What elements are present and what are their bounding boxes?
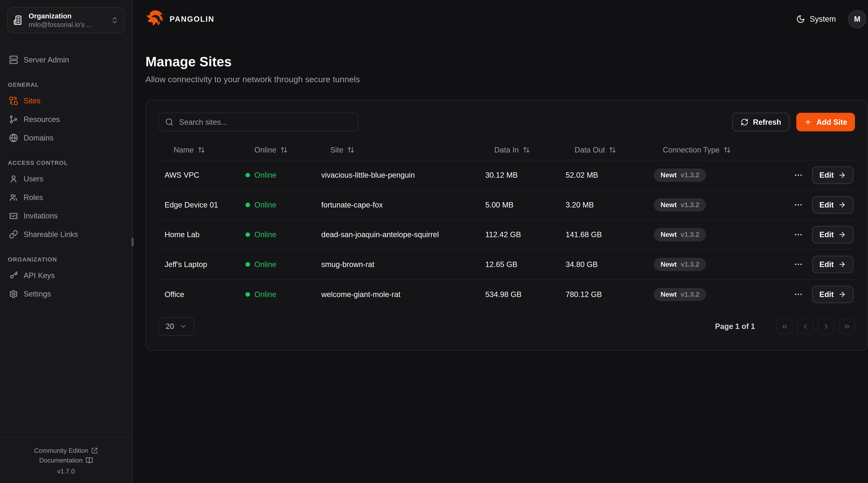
theme-label: System (810, 14, 836, 24)
column-header-name[interactable]: Name (158, 146, 245, 154)
edit-button[interactable]: Edit (812, 196, 853, 214)
connection-type-badge: Newt v1.3.2 (654, 168, 706, 182)
column-header-data-out[interactable]: Data Out (566, 146, 654, 154)
sort-icon (280, 146, 288, 154)
theme-toggle[interactable]: System (796, 14, 836, 24)
arrow-right-icon (838, 201, 846, 209)
connection-type-badge: Newt v1.3.2 (654, 228, 706, 241)
community-edition-link[interactable]: Community Edition (0, 447, 132, 454)
sidebar-item-label: Server Admin (24, 56, 69, 64)
row-menu-button[interactable] (793, 229, 804, 240)
sidebar-item-invitations[interactable]: Invitations (8, 206, 124, 225)
column-header-online[interactable]: Online (245, 146, 321, 154)
online-status-cell: Online (245, 260, 321, 269)
sidebar-item-users[interactable]: Users (8, 170, 124, 188)
column-header-connection-type[interactable]: Connection Type (654, 146, 761, 154)
chevron-left-icon (801, 323, 809, 330)
org-selector[interactable]: Organization milo@fossorial.io's ... (7, 7, 125, 33)
online-status-cell: Online (245, 200, 321, 209)
sidebar-item-roles[interactable]: Roles (8, 188, 124, 206)
moon-icon (796, 14, 805, 24)
sidebar-item-settings[interactable]: Settings (8, 285, 124, 303)
avatar[interactable]: M (848, 10, 866, 28)
arrow-right-icon (838, 171, 846, 179)
table-body: AWS VPC Online vivacious-little-blue-pen… (158, 160, 855, 309)
site-name-cell: Home Lab (158, 230, 245, 239)
site-slug-cell: dead-san-joaquin-antelope-squirrel (321, 230, 485, 239)
column-header-site[interactable]: Site (321, 146, 485, 154)
page-head: Manage Sites Allow connectivity to your … (146, 54, 360, 84)
org-selector-value: milo@fossorial.io's ... (29, 21, 106, 29)
online-status-dot (245, 203, 250, 207)
ellipsis-icon (794, 290, 803, 299)
refresh-button[interactable]: Refresh (732, 113, 789, 131)
ticket-check-icon (9, 212, 18, 221)
connection-type-cell: Newt v1.3.2 (654, 288, 761, 301)
sort-icon (723, 146, 731, 154)
table-row: AWS VPC Online vivacious-little-blue-pen… (158, 160, 855, 190)
ellipsis-icon (794, 200, 803, 210)
column-header-data-in[interactable]: Data In (485, 146, 566, 154)
sidebar-nav: Server Admin GENERAL Sites Resources Dom (0, 40, 132, 303)
sidebar-footer: Community Edition Documentation v1.7.0 (0, 438, 132, 483)
online-status-label: Online (254, 290, 276, 299)
page-size-select[interactable]: 20 (158, 317, 194, 336)
brand: PANGOLIN (146, 9, 214, 29)
users-icon (9, 193, 18, 202)
ellipsis-icon (794, 260, 803, 269)
sidebar-item-sites[interactable]: Sites (8, 92, 124, 110)
book-open-icon (86, 457, 93, 464)
sidebar-item-shareable-links[interactable]: Shareable Links (8, 225, 124, 244)
last-page-button[interactable] (839, 319, 855, 334)
documentation-link[interactable]: Documentation (0, 457, 132, 464)
site-slug-cell: fortunate-cape-fox (321, 200, 485, 209)
row-menu-button[interactable] (793, 199, 804, 211)
sidebar: Organization milo@fossorial.io's ... Ser… (0, 0, 133, 483)
connection-type-badge: Newt v1.3.2 (654, 258, 706, 271)
edit-button[interactable]: Edit (812, 256, 853, 273)
sidebar-item-api-keys[interactable]: API Keys (8, 266, 124, 285)
sidebar-item-server-admin[interactable]: Server Admin (8, 51, 124, 69)
sidebar-item-label: API Keys (24, 271, 55, 280)
add-site-button[interactable]: Add Site (796, 113, 855, 131)
site-slug-cell: welcome-giant-mole-rat (321, 290, 485, 299)
table-row: Jeff's Laptop Online smug-brown-rat 12.6… (158, 250, 855, 280)
chevrons-up-down-icon (111, 16, 119, 24)
connection-type-badge: Newt v1.3.2 (654, 288, 706, 301)
sort-icon (198, 146, 205, 154)
connection-type-cell: Newt v1.3.2 (654, 198, 761, 212)
site-slug-cell: smug-brown-rat (321, 260, 485, 269)
site-name-cell: Jeff's Laptop (158, 260, 245, 269)
row-menu-button[interactable] (793, 169, 804, 181)
arrow-right-icon (838, 290, 846, 298)
search-input[interactable] (178, 117, 351, 127)
online-status-dot (245, 232, 250, 237)
sites-card: Refresh Add Site Name Online (146, 100, 868, 351)
data-in-cell: 112.42 GB (485, 230, 566, 239)
pagination: 20 Page 1 of 1 (158, 317, 855, 336)
site-name-cell: Edge Device 01 (158, 200, 245, 209)
gear-icon (9, 290, 18, 298)
data-out-cell: 34.80 GB (566, 260, 654, 269)
prev-page-button[interactable] (797, 319, 813, 334)
sidebar-resize-handle[interactable] (131, 237, 134, 247)
edit-button[interactable]: Edit (812, 226, 853, 243)
sidebar-item-domains[interactable]: Domains (8, 129, 124, 147)
plus-icon (804, 118, 812, 126)
edit-button[interactable]: Edit (812, 286, 853, 303)
chevrons-right-icon (843, 323, 851, 330)
row-menu-button[interactable] (793, 289, 804, 300)
online-status-label: Online (254, 171, 276, 180)
online-status-dot (245, 292, 250, 297)
first-page-button[interactable] (776, 319, 793, 334)
online-status-cell: Online (245, 290, 321, 299)
page-title: Manage Sites (146, 54, 360, 69)
next-page-button[interactable] (818, 319, 834, 334)
row-menu-button[interactable] (793, 258, 804, 270)
sidebar-item-resources[interactable]: Resources (8, 110, 124, 129)
user-icon (9, 174, 18, 183)
app-version: v1.7.0 (0, 468, 132, 475)
key-icon (9, 271, 18, 280)
edit-button[interactable]: Edit (812, 166, 853, 184)
sort-icon (609, 146, 616, 154)
